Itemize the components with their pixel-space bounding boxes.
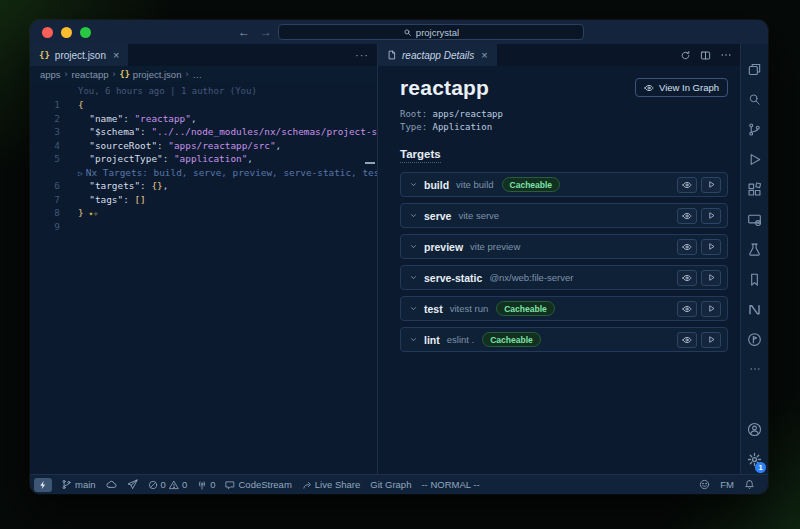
chevron-down-icon[interactable] <box>409 242 418 251</box>
line-number: 6 <box>30 179 60 193</box>
run-target-button[interactable] <box>701 332 721 348</box>
target-row-serve-static[interactable]: serve-static@nx/web:file-server <box>400 265 728 290</box>
gitlens-blame-annotation: You, 6 hours ago | 1 author (You) <box>30 85 377 98</box>
target-row-serve[interactable]: servevite serve <box>400 203 728 228</box>
run-target-button[interactable] <box>701 177 721 193</box>
refresh-icon[interactable] <box>680 50 691 61</box>
target-command: vite preview <box>470 241 520 252</box>
close-window-button[interactable] <box>42 27 53 38</box>
minimize-window-button[interactable] <box>61 27 72 38</box>
view-target-button[interactable] <box>677 177 697 193</box>
breadcrumb-item-[interactable]: … <box>192 69 202 80</box>
activity-extensions-icon[interactable] <box>741 174 768 204</box>
cacheable-badge: Cacheable <box>482 332 541 347</box>
chevron-down-icon[interactable] <box>409 335 418 344</box>
codelens-play-icon: ▷ <box>78 169 83 178</box>
ellipsis-icon[interactable] <box>720 49 732 61</box>
search-value: projcrystal <box>416 27 459 38</box>
nx-targets-codelens[interactable]: ▷Nx Targets: build, serve, preview, serv… <box>30 166 377 180</box>
close-tab-icon[interactable]: × <box>481 49 487 61</box>
meta-label: Root: <box>400 109 433 119</box>
activity-beaker-icon[interactable] <box>741 234 768 264</box>
view-target-button[interactable] <box>677 208 697 224</box>
history-forward-icon[interactable]: → <box>260 25 272 39</box>
tab-project-json[interactable]: {} project.json × <box>30 44 129 66</box>
line-content: "$schema": "../../node_modules/nx/schema… <box>60 125 377 139</box>
chevron-down-icon[interactable] <box>409 180 418 189</box>
chevron-down-icon[interactable] <box>409 273 418 282</box>
view-target-button[interactable] <box>677 239 697 255</box>
view-in-graph-label: View In Graph <box>659 82 719 93</box>
breadcrumb-item-reactapp[interactable]: reactapp <box>72 69 109 80</box>
breadcrumb-item-apps[interactable]: apps <box>40 69 61 80</box>
activity-ellipsis-icon[interactable] <box>741 354 768 384</box>
maximize-window-button[interactable] <box>80 27 91 38</box>
view-target-button[interactable] <box>677 332 697 348</box>
breadcrumb-separator: › <box>65 69 68 79</box>
run-target-button[interactable] <box>701 270 721 286</box>
activity-settings-gear-icon[interactable]: 1 <box>741 444 768 474</box>
status-zap[interactable] <box>34 478 52 492</box>
split-editor-icon[interactable] <box>700 50 711 61</box>
meta-value: apps/reactapp <box>433 109 503 119</box>
status-0[interactable]: 00 <box>143 475 193 494</box>
target-row-lint[interactable]: linteslint .Cacheable <box>400 327 728 352</box>
project-details-panel: reactapp View In Graph Root: apps/reacta… <box>378 66 740 474</box>
status-git-graph[interactable]: Git Graph <box>365 475 416 494</box>
project-title: reactapp <box>400 76 489 100</box>
activity-files-icon[interactable] <box>741 54 768 84</box>
breadcrumb: apps›reactapp›{}project.json›… <box>30 66 377 82</box>
activity-source-control-icon[interactable] <box>741 114 768 144</box>
run-target-button[interactable] <box>701 208 721 224</box>
target-row-preview[interactable]: previewvite preview <box>400 234 728 259</box>
status-bell[interactable] <box>739 479 760 490</box>
status-codestream[interactable]: CodeStream <box>220 475 296 494</box>
tab-reactapp-details[interactable]: reactapp Details × <box>378 44 498 66</box>
status-cloud[interactable] <box>101 475 122 494</box>
chevron-down-icon[interactable] <box>409 211 418 220</box>
view-target-button[interactable] <box>677 301 697 317</box>
code-line-9: 9 <box>30 220 377 234</box>
history-back-icon[interactable]: ← <box>238 25 250 39</box>
file-icon <box>387 50 397 60</box>
command-center-search[interactable]: projcrystal <box>278 24 584 40</box>
status-main[interactable]: main <box>56 475 101 494</box>
tab-overflow-icon[interactable]: ··· <box>355 44 369 66</box>
target-row-test[interactable]: testvitest runCacheable <box>400 296 728 321</box>
chevron-down-icon[interactable] <box>409 304 418 313</box>
line-number: 2 <box>30 112 60 126</box>
status-live-share[interactable]: Live Share <box>297 475 365 494</box>
activity-remote-icon[interactable] <box>741 204 768 234</box>
line-number: 1 <box>30 98 60 112</box>
view-target-button[interactable] <box>677 270 697 286</box>
breadcrumb-label: … <box>192 69 202 80</box>
activity-search-icon[interactable] <box>741 84 768 114</box>
status-fm[interactable]: FM <box>715 479 739 490</box>
view-in-graph-button[interactable]: View In Graph <box>635 78 728 97</box>
status-label: Live Share <box>315 479 360 490</box>
status-0[interactable]: 0 <box>192 475 220 494</box>
line-content: "projectType": "application", <box>60 152 253 166</box>
line-content: "tags": [] <box>60 193 146 207</box>
activity-nx-icon[interactable] <box>741 294 768 324</box>
run-target-button[interactable] <box>701 239 721 255</box>
activity-bookmark-icon[interactable] <box>741 264 768 294</box>
tab-bar-right: reactapp Details × <box>378 44 740 66</box>
status-feedback[interactable] <box>694 479 715 490</box>
run-target-button[interactable] <box>701 301 721 317</box>
line-number: 3 <box>30 125 60 139</box>
target-row-build[interactable]: buildvite buildCacheable <box>400 172 728 197</box>
close-tab-icon[interactable]: × <box>113 49 119 61</box>
activity-account-icon[interactable] <box>741 414 768 444</box>
status-normal[interactable]: -- NORMAL -- <box>416 475 484 494</box>
status-send[interactable] <box>122 475 143 494</box>
line-content: } ✦✧ <box>60 206 98 220</box>
main-area: {} project.json × ··· apps›reactapp›{}pr… <box>30 44 768 474</box>
target-name: lint <box>424 334 440 346</box>
line-number: 7 <box>30 193 60 207</box>
status-label: 0 <box>210 479 215 490</box>
activity-pin-icon[interactable] <box>741 324 768 354</box>
breadcrumb-item-projectjson[interactable]: {}project.json <box>120 69 182 80</box>
activity-run-icon[interactable] <box>741 144 768 174</box>
settings-badge: 1 <box>755 462 766 473</box>
